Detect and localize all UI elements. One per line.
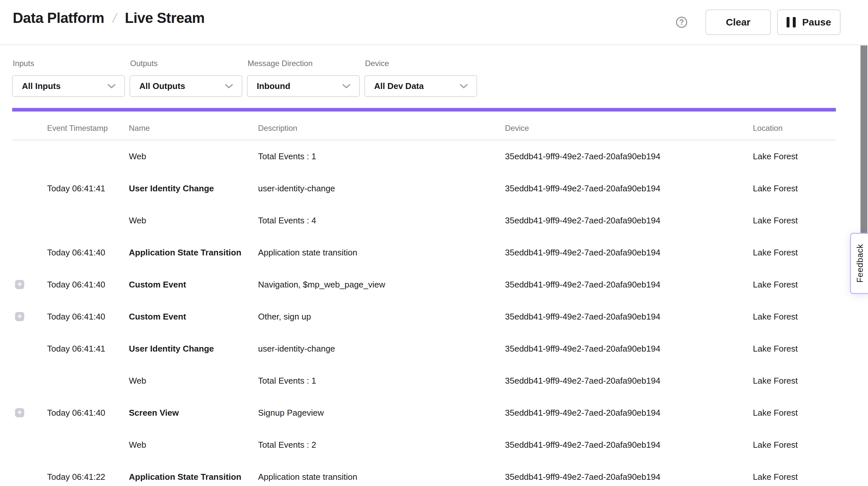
description-cell: Total Events : 4 [258,204,316,237]
inputs-select[interactable]: All Inputs [12,75,125,97]
feedback-tab[interactable]: Feedback [850,233,868,294]
event-row[interactable]: Web Total Events : 1 35eddb41-9ff9-49e2-… [0,365,868,397]
name-cell: Custom Event [129,301,186,333]
device-select[interactable]: All Dev Data [364,75,477,97]
event-row[interactable]: Today 06:41:40 Custom Event Other, sign … [0,301,868,333]
chevron-down-icon [225,84,233,89]
device-cell: 35eddb41-9ff9-49e2-7aed-20afa90eb194 [505,269,660,301]
name-cell: Application State Transition [129,237,241,269]
device-cell: 35eddb41-9ff9-49e2-7aed-20afa90eb194 [505,204,660,237]
event-row[interactable]: Today 06:41:22 Application State Transit… [0,461,868,486]
filter-select-value: Inbound [257,81,290,91]
filter-bar: Inputs All Inputs Outputs All Outputs Me… [12,59,477,97]
help-icon[interactable]: ? [676,17,687,28]
filter-label: Inputs [13,59,125,68]
name-cell: Web [129,204,146,237]
location-cell: Lake Forest [753,301,798,333]
location-cell: Lake Forest [753,140,798,172]
filter: Inputs All Inputs [12,59,125,97]
location-cell: Lake Forest [753,461,798,486]
header-actions: ? Clear Pause [676,0,840,44]
timestamp-cell: Today 06:41:40 [47,301,105,333]
filter-label: Message Direction [248,59,360,68]
name-cell: Web [129,140,146,172]
expand-row-button[interactable] [15,312,24,321]
filter-select-value: All Dev Data [374,81,424,91]
location-cell: Lake Forest [753,333,798,365]
location-cell: Lake Forest [753,204,798,237]
column-header-description: Description [258,124,297,133]
location-cell: Lake Forest [753,269,798,301]
event-row[interactable]: Today 06:41:41 User Identity Change user… [0,172,868,204]
filter: Device All Dev Data [364,59,477,97]
expand-row-button[interactable] [15,280,24,289]
feedback-tab-label: Feedback [855,244,865,282]
timestamp-cell: Today 06:41:40 [47,397,105,429]
chevron-down-icon [460,84,468,89]
chevron-down-icon [107,84,116,89]
pause-button[interactable]: Pause [777,9,840,35]
event-row[interactable]: Today 06:41:40 Screen View Signup Pagevi… [0,397,868,429]
device-cell: 35eddb41-9ff9-49e2-7aed-20afa90eb194 [505,172,660,204]
timestamp-cell: Today 06:41:41 [47,333,105,365]
table-header-row: Event TimestampNameDescriptionDeviceLoca… [0,124,868,140]
location-cell: Lake Forest [753,397,798,429]
event-row[interactable]: Today 06:41:40 Application State Transit… [0,237,868,269]
description-cell: Total Events : 1 [258,140,316,172]
filter-label: Device [365,59,477,68]
name-cell: Application State Transition [129,461,241,486]
column-header-event-timestamp: Event Timestamp [47,124,107,133]
device-cell: 35eddb41-9ff9-49e2-7aed-20afa90eb194 [505,429,660,461]
device-cell: 35eddb41-9ff9-49e2-7aed-20afa90eb194 [505,333,660,365]
timestamp-cell: Today 06:41:22 [47,461,105,486]
breadcrumb-root[interactable]: Data Platform [13,10,104,26]
clear-button[interactable]: Clear [706,9,771,35]
name-cell: User Identity Change [129,172,214,204]
filter-select-value: All Inputs [22,81,61,91]
timestamp-cell: Today 06:41:41 [47,172,105,204]
vertical-scrollbar-thumb[interactable] [861,45,867,233]
event-row[interactable]: Today 06:41:40 Custom Event Navigation, … [0,269,868,301]
description-cell: user-identity-change [258,333,335,365]
timestamp-cell: Today 06:41:40 [47,237,105,269]
breadcrumb: Data Platform / Live Stream [13,10,205,26]
column-header-name: Name [129,124,150,133]
description-cell: user-identity-change [258,172,335,204]
header: Data Platform / Live Stream ? Clear Paus… [0,0,868,45]
expand-row-button[interactable] [15,408,24,417]
pause-button-label: Pause [802,17,831,28]
name-cell: Custom Event [129,269,186,301]
timestamp-cell: Today 06:41:40 [47,269,105,301]
event-row[interactable]: Web Total Events : 4 35eddb41-9ff9-49e2-… [0,204,868,237]
event-table: Web Total Events : 1 35eddb41-9ff9-49e2-… [0,140,868,486]
description-cell: Navigation, $mp_web_page_view [258,269,385,301]
name-cell: Web [129,365,146,397]
filter-label: Outputs [130,59,242,68]
location-cell: Lake Forest [753,365,798,397]
filter: Outputs All Outputs [129,59,242,97]
description-cell: Total Events : 2 [258,429,316,461]
pause-icon [786,17,796,28]
device-cell: 35eddb41-9ff9-49e2-7aed-20afa90eb194 [505,301,660,333]
event-row[interactable]: Web Total Events : 2 35eddb41-9ff9-49e2-… [0,429,868,461]
outputs-select[interactable]: All Outputs [129,75,242,97]
location-cell: Lake Forest [753,237,798,269]
message-direction-select[interactable]: Inbound [247,75,360,97]
description-cell: Other, sign up [258,301,311,333]
event-row[interactable]: Today 06:41:41 User Identity Change user… [0,333,868,365]
chevron-down-icon [342,84,350,89]
name-cell: Web [129,429,146,461]
description-cell: Application state transition [258,237,358,269]
device-cell: 35eddb41-9ff9-49e2-7aed-20afa90eb194 [505,461,660,486]
location-cell: Lake Forest [753,429,798,461]
breadcrumb-separator-icon: / [111,11,118,26]
column-header-location: Location [753,124,783,133]
device-cell: 35eddb41-9ff9-49e2-7aed-20afa90eb194 [505,397,660,429]
name-cell: Screen View [129,397,179,429]
device-cell: 35eddb41-9ff9-49e2-7aed-20afa90eb194 [505,237,660,269]
event-row[interactable]: Web Total Events : 1 35eddb41-9ff9-49e2-… [0,140,868,172]
description-cell: Total Events : 1 [258,365,316,397]
accent-divider [12,108,836,112]
device-cell: 35eddb41-9ff9-49e2-7aed-20afa90eb194 [505,140,660,172]
device-cell: 35eddb41-9ff9-49e2-7aed-20afa90eb194 [505,365,660,397]
